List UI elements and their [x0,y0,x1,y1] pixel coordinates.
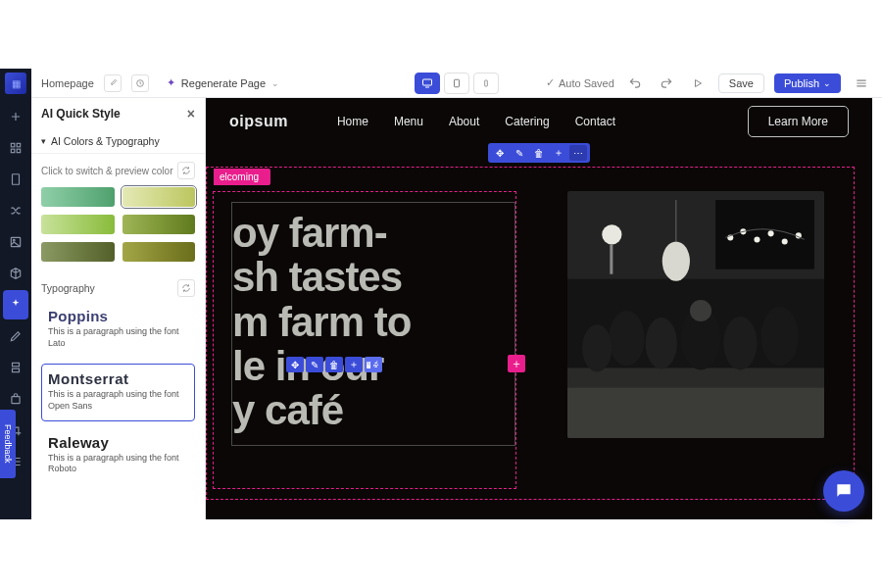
sparkle-icon: ✦ [167,76,175,89]
font-option-poppins[interactable]: Poppins This is a paragraph using the fo… [41,301,195,358]
undo-button[interactable] [624,73,646,94]
regenerate-label: Regenerate Page [181,77,266,89]
font-desc: This is a paragraph using the font Open … [48,389,188,412]
delete-icon[interactable]: 🗑 [325,357,343,372]
svg-point-6 [13,239,15,241]
add-column-button[interactable]: ＋ [508,355,525,372]
edit-icon[interactable]: ✎ [511,145,528,161]
typography-label: Typography [41,282,95,294]
move-icon[interactable]: ✥ [286,357,304,372]
color-swatch-5[interactable] [41,242,115,262]
refresh-typography-icon[interactable] [177,279,195,297]
caret-down-icon: ▾ [41,136,46,146]
rail-shuffle-icon[interactable] [0,196,31,225]
section-colors-typography[interactable]: ▾ AI Colors & Typography [31,129,205,154]
learn-more-button[interactable]: Learn More [748,106,849,137]
svg-rect-2 [11,149,15,153]
nav-link-menu[interactable]: Menu [394,115,423,128]
nav-link-home[interactable]: Home [337,115,368,128]
color-swatch-3[interactable] [41,215,115,234]
site-nav: oipsum Home Menu About Catering Contact … [206,98,872,145]
svg-rect-9 [12,397,20,404]
hero-section[interactable]: elcoming oy farm- sh tastes m farm to le… [206,167,855,500]
svg-point-17 [602,224,621,244]
rail-sparkle-icon[interactable] [3,290,28,319]
svg-point-34 [582,324,612,371]
device-tablet-button[interactable] [444,73,469,94]
device-mobile-button[interactable] [473,73,499,94]
link-icon[interactable] [104,74,122,92]
svg-point-31 [690,300,711,321]
svg-rect-3 [17,149,21,153]
hero-image[interactable] [567,191,824,438]
chevron-down-icon: ⌄ [271,78,279,88]
delete-icon[interactable]: 🗑 [530,145,548,161]
font-name: Poppins [48,308,188,324]
device-desktop-button[interactable] [415,73,440,94]
panel-title: AI Quick Style [41,107,121,121]
color-swatch-6[interactable] [122,242,196,262]
svg-point-29 [646,318,677,368]
auto-saved-status: ✓ Auto Saved [546,76,614,89]
color-swatch-2[interactable] [122,187,196,207]
nav-link-about[interactable]: About [449,115,479,128]
edit-icon[interactable]: ✎ [306,357,323,372]
add-icon[interactable]: ＋ [345,357,363,372]
nav-link-catering[interactable]: Catering [505,115,549,128]
history-icon[interactable] [131,74,149,92]
svg-rect-35 [567,388,824,438]
check-icon: ✓ [546,76,555,89]
svg-rect-18 [610,244,612,273]
site-logo[interactable]: oipsum [229,113,288,130]
rail-add-icon[interactable] [0,102,31,131]
svg-rect-8 [13,368,20,372]
move-icon[interactable]: ✥ [491,145,509,161]
svg-point-19 [662,241,690,280]
svg-rect-12 [455,79,460,87]
canvas-preview[interactable]: oipsum Home Menu About Catering Contact … [206,98,872,519]
font-desc: This is a paragraph using the font Lato [48,326,188,349]
section-badge: elcoming [214,169,270,185]
hero-text-column[interactable]: elcoming oy farm- sh tastes m farm to le… [213,191,516,489]
color-swatch-4[interactable] [122,215,196,234]
regenerate-page-button[interactable]: ✦ Regenerate Page ⌄ [167,76,279,89]
font-option-montserrat[interactable]: Montserrat This is a paragraph using the… [41,364,195,420]
svg-point-33 [761,307,799,366]
rail-grid-icon[interactable] [0,133,31,163]
breadcrumb[interactable]: Homepage [41,77,94,89]
rail-image-icon[interactable] [0,227,31,257]
add-icon[interactable]: ＋ [550,145,567,161]
rail-cube-icon[interactable] [0,259,31,288]
chat-bubble-icon[interactable] [823,470,864,512]
nav-link-contact[interactable]: Contact [575,115,615,128]
rail-page-icon[interactable] [0,165,31,194]
menu-icon[interactable] [851,73,872,94]
svg-rect-11 [423,79,432,85]
app-logo-icon[interactable]: ▦ [5,73,26,94]
color-swatch-1[interactable] [41,187,115,207]
preview-button[interactable] [687,73,709,94]
refresh-colors-icon[interactable] [177,162,195,179]
svg-point-32 [723,317,757,369]
element-toolbar: ✥ ✎ 🗑 ＋ �శ [286,357,382,372]
font-name: Raleway [48,434,188,451]
headline-text[interactable]: oy farm- sh tastes m farm to le in our y… [232,211,505,433]
font-option-raleway[interactable]: Raleway This is a paragraph using the fo… [41,427,195,484]
more-icon[interactable]: ⋯ [569,145,587,161]
svg-point-23 [754,236,760,242]
close-icon[interactable]: × [187,106,195,122]
redo-button[interactable] [656,73,677,94]
svg-rect-4 [13,174,20,185]
headline-box[interactable]: oy farm- sh tastes m farm to le in our y… [231,202,515,446]
svg-rect-13 [485,80,488,86]
svg-point-25 [782,238,788,244]
rail-pen-icon[interactable] [0,321,31,351]
share-icon[interactable]: �శ [365,357,382,372]
chevron-down-icon: ⌄ [823,78,831,88]
svg-rect-1 [17,143,21,147]
rail-layers-icon[interactable] [0,353,31,382]
svg-point-28 [609,311,644,366]
save-button[interactable]: Save [718,74,764,93]
publish-button[interactable]: Publish ⌄ [774,74,841,93]
feedback-tab[interactable]: Feedback [0,410,16,478]
